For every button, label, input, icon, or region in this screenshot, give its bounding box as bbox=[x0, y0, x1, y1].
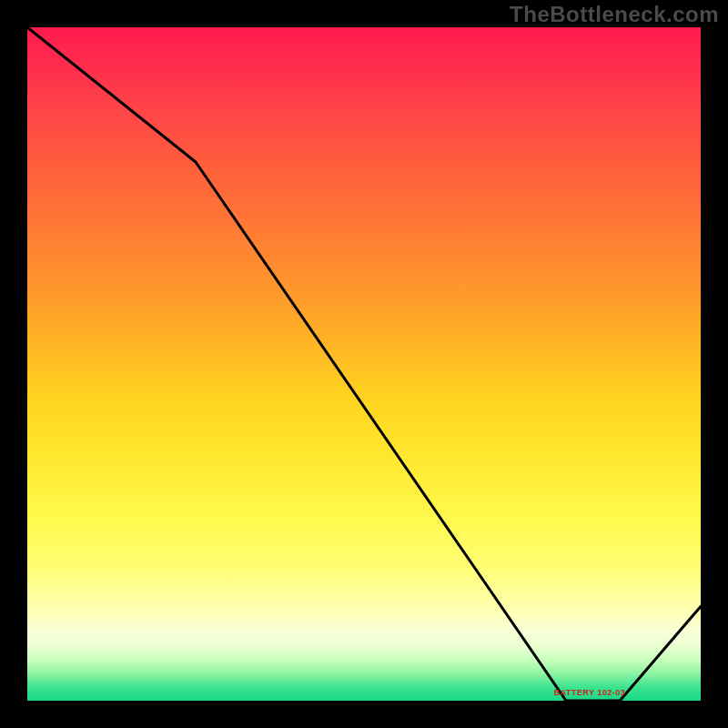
chart-svg bbox=[27, 27, 701, 701]
watermark-text: TheBottleneck.com bbox=[510, 2, 719, 27]
bottleneck-curve bbox=[27, 27, 701, 701]
baseline-marker-label: BATTERY 102-03 bbox=[553, 688, 625, 697]
chart-container: TheBottleneck.com BATTERY 102-03 bbox=[0, 0, 728, 728]
plot-area: BATTERY 102-03 bbox=[27, 27, 701, 701]
